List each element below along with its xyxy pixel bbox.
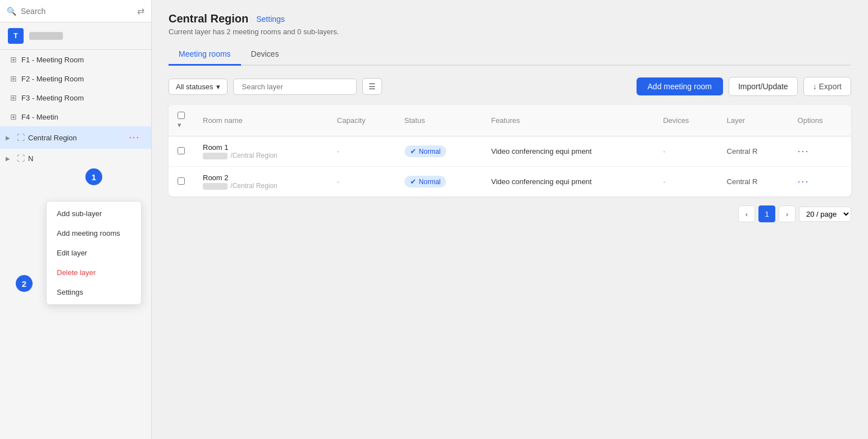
status-cell: ✔ Normal bbox=[396, 136, 483, 167]
status-label: Normal bbox=[419, 148, 441, 156]
sidebar-item-label: Central Region bbox=[28, 134, 77, 142]
sidebar-item-central-region[interactable]: ▶ ⛶ Central Region ··· bbox=[0, 126, 151, 149]
status-badge: ✔ Normal bbox=[405, 145, 447, 157]
settings-link[interactable]: Settings bbox=[256, 15, 285, 24]
path-suffix: /Central Region bbox=[230, 152, 277, 159]
dash: - bbox=[337, 147, 339, 156]
devices-value: - bbox=[663, 177, 665, 186]
step-badge-1: 1 bbox=[85, 168, 102, 185]
room-name: Room 2 bbox=[203, 173, 319, 182]
capacity-cell: - bbox=[328, 167, 396, 197]
tabs-row: Meeting rooms Devices bbox=[169, 44, 851, 66]
avatar: T bbox=[8, 28, 24, 44]
sidebar-item-f2[interactable]: ⊞ F2 - Meeting Room bbox=[0, 69, 151, 88]
tab-meeting-rooms[interactable]: Meeting rooms bbox=[169, 44, 241, 66]
sidebar: 🔍 ⇄ T ⊞ F1 - Meeting Room ⊞ F2 - Meeting… bbox=[0, 0, 152, 439]
col-layer: Layer bbox=[718, 105, 789, 136]
table-row: Room 1 /Central Region - ✔ Normal bbox=[169, 136, 851, 167]
context-menu-edit-layer[interactable]: Edit layer bbox=[47, 243, 141, 263]
col-options: Options bbox=[789, 105, 851, 136]
context-menu-delete-layer[interactable]: Delete layer bbox=[47, 263, 141, 282]
sidebar-item-label: F2 - Meeting Room bbox=[21, 75, 84, 83]
col-capacity: Capacity bbox=[328, 105, 396, 136]
devices-value: - bbox=[663, 147, 665, 156]
step-badge-2: 2 bbox=[16, 275, 33, 292]
room-name: Room 1 bbox=[203, 143, 319, 152]
sidebar-item-n[interactable]: ▶ ⛶ N bbox=[0, 149, 151, 168]
path-block bbox=[203, 153, 228, 159]
meeting-rooms-table: ▾ Room name Capacity Status Features Dev… bbox=[169, 105, 851, 196]
subtitle: Current layer has 2 meeting rooms and 0 … bbox=[169, 28, 851, 36]
room-path: /Central Region bbox=[203, 152, 319, 159]
adjust-icon[interactable]: ⇄ bbox=[137, 6, 144, 16]
chevron-down-icon: ▾ bbox=[216, 83, 220, 91]
table-header-row: ▾ Room name Capacity Status Features Dev… bbox=[169, 105, 851, 136]
search-input[interactable] bbox=[21, 7, 133, 16]
row-options-button[interactable]: ··· bbox=[798, 176, 810, 188]
tab-devices[interactable]: Devices bbox=[241, 44, 289, 66]
select-all-checkbox[interactable] bbox=[178, 112, 185, 119]
row-options-button[interactable]: ··· bbox=[798, 145, 810, 157]
toolbar: All statuses ▾ ☰ Add meeting room Import… bbox=[169, 77, 851, 96]
col-status: Status bbox=[396, 105, 483, 136]
table-row: Room 2 /Central Region - ✔ Normal bbox=[169, 167, 851, 197]
col-features: Features bbox=[482, 105, 654, 136]
network-icon: ⛶ bbox=[17, 154, 25, 163]
more-options-button[interactable]: ··· bbox=[126, 131, 143, 144]
expand-arrow-icon: ▶ bbox=[6, 135, 13, 141]
import-update-button[interactable]: Import/Update bbox=[729, 77, 798, 96]
context-menu-settings[interactable]: Settings bbox=[47, 282, 141, 302]
features-cell: Video conferencing equi pment bbox=[482, 136, 654, 167]
status-label: Normal bbox=[419, 178, 441, 186]
status-filter-dropdown[interactable]: All statuses ▾ bbox=[169, 79, 228, 95]
layer-cell: Central R bbox=[718, 136, 789, 167]
sidebar-item-label: F1 - Meeting Room bbox=[21, 56, 84, 64]
check-circle-icon: ✔ bbox=[410, 177, 416, 186]
search-layer-input[interactable] bbox=[233, 79, 357, 95]
layer-value: Central R bbox=[727, 177, 758, 186]
room-name-cell: Room 2 /Central Region bbox=[194, 167, 328, 197]
features-cell: Video conferencing equi pment bbox=[482, 167, 654, 197]
row-checkbox[interactable] bbox=[178, 177, 185, 185]
context-menu-add-sub-layer[interactable]: Add sub-layer bbox=[47, 204, 141, 223]
sidebar-item-f1[interactable]: ⊞ F1 - Meeting Room bbox=[0, 50, 151, 69]
page-size-select[interactable]: 20 / page bbox=[799, 207, 851, 222]
sidebar-item-f4[interactable]: ⊞ F4 - Meetin bbox=[0, 107, 151, 126]
table-body: Room 1 /Central Region - ✔ Normal bbox=[169, 136, 851, 197]
title-row: Central Region Settings bbox=[169, 12, 851, 25]
context-menu-add-meeting-rooms[interactable]: Add meeting rooms bbox=[47, 223, 141, 243]
col-checkbox: ▾ bbox=[169, 105, 194, 136]
pagination: ‹ 1 › 20 / page bbox=[169, 196, 851, 222]
search-icon: 🔍 bbox=[7, 7, 16, 16]
status-filter-label: All statuses bbox=[176, 83, 213, 91]
current-page-button[interactable]: 1 bbox=[758, 205, 775, 222]
main-header: Central Region Settings Current layer ha… bbox=[152, 0, 868, 66]
network-icon: ⛶ bbox=[17, 133, 25, 142]
sidebar-item-label: F4 - Meetin bbox=[21, 113, 58, 121]
sidebar-item-f3[interactable]: ⊞ F3 - Meeting Room bbox=[0, 88, 151, 107]
add-meeting-room-button[interactable]: Add meeting room bbox=[637, 77, 723, 95]
path-suffix: /Central Region bbox=[230, 182, 277, 190]
room-icon: ⊞ bbox=[10, 112, 17, 121]
row-checkbox-cell bbox=[169, 167, 194, 197]
path-block bbox=[203, 183, 228, 190]
main-content: Central Region Settings Current layer ha… bbox=[152, 0, 868, 439]
export-button[interactable]: ↓ Export bbox=[803, 77, 851, 96]
layer-value: Central R bbox=[727, 147, 758, 156]
room-icon: ⊞ bbox=[10, 93, 17, 102]
row-checkbox[interactable] bbox=[178, 147, 185, 154]
table-area: All statuses ▾ ☰ Add meeting room Import… bbox=[152, 66, 868, 439]
prev-page-button[interactable]: ‹ bbox=[738, 205, 755, 222]
col-room-name: Room name bbox=[194, 105, 328, 136]
check-circle-icon: ✔ bbox=[410, 147, 416, 156]
status-cell: ✔ Normal bbox=[396, 167, 483, 197]
context-menu: Add sub-layer Add meeting rooms Edit lay… bbox=[46, 201, 142, 305]
page-title: Central Region bbox=[169, 12, 248, 25]
col-devices: Devices bbox=[654, 105, 717, 136]
sort-icon: ▾ bbox=[178, 121, 181, 129]
expand-arrow-icon: ▶ bbox=[6, 156, 13, 162]
options-cell: ··· bbox=[789, 136, 851, 167]
capacity-cell: - bbox=[328, 136, 396, 167]
next-page-button[interactable]: › bbox=[779, 205, 796, 222]
list-view-button[interactable]: ☰ bbox=[362, 78, 382, 95]
